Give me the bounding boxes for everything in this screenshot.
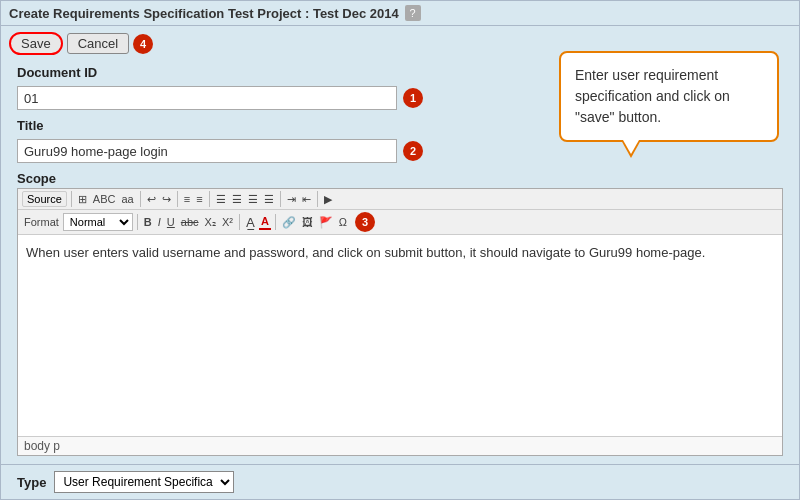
toolbar-italic[interactable]: I	[156, 215, 163, 229]
toolbar-icon-align-center[interactable]: ☰	[230, 192, 244, 207]
separator-2	[140, 191, 141, 207]
toolbar-icon-align-left[interactable]: ☰	[214, 192, 228, 207]
separator-8	[239, 214, 240, 230]
toolbar-badge: 4	[133, 34, 153, 54]
help-icon[interactable]: ?	[405, 5, 421, 21]
editor-toolbar-row1: Source ⊞ ABC aa ↩ ↪ ≡ ≡ ☰ ☰ ☰ ☰	[18, 189, 782, 210]
toolbar-icon-find[interactable]: aa	[119, 192, 135, 206]
toolbar-icon-align-justify[interactable]: ☰	[262, 192, 276, 207]
separator-9	[275, 214, 276, 230]
toolbar-bold[interactable]: B	[142, 215, 154, 229]
document-id-badge: 1	[403, 88, 423, 108]
toolbar-icon-redo[interactable]: ↪	[160, 192, 173, 207]
toolbar-superscript[interactable]: X²	[220, 215, 235, 229]
separator-7	[137, 214, 138, 230]
scope-label: Scope	[17, 171, 783, 186]
toolbar-link[interactable]: 🔗	[280, 215, 298, 230]
toolbar-icon-undo[interactable]: ↩	[145, 192, 158, 207]
toolbar-icon-ol[interactable]: ≡	[182, 192, 192, 206]
type-label: Type	[17, 475, 46, 490]
toolbar-strikethrough[interactable]: abc	[179, 215, 201, 229]
toolbar-icon-outdent[interactable]: ⇤	[300, 192, 313, 207]
rich-text-editor: Source ⊞ ABC aa ↩ ↪ ≡ ≡ ☰ ☰ ☰ ☰	[17, 188, 783, 456]
source-button[interactable]: Source	[22, 191, 67, 207]
bottom-bar: Type User Requirement Specification Syst…	[1, 464, 799, 499]
toolbar-underline[interactable]: U	[165, 215, 177, 229]
toolbar-highlight-color[interactable]: A̲	[244, 214, 257, 231]
toolbar-omega[interactable]: Ω	[337, 215, 349, 229]
toolbar-icon-ul[interactable]: ≡	[194, 192, 204, 206]
editor-text: When user enters valid username and pass…	[26, 245, 705, 260]
title-row: 2	[17, 139, 783, 163]
toolbar-icon-spellcheck[interactable]: ABC	[91, 192, 118, 206]
separator-4	[209, 191, 210, 207]
window-title: Create Requirements Specification Test P…	[9, 6, 399, 21]
toolbar-image[interactable]: 🖼	[300, 215, 315, 229]
document-id-input[interactable]	[17, 86, 397, 110]
editor-toolbar-row2: Format Normal Heading 1 Heading 2 Headin…	[18, 210, 782, 235]
scope-badge: 3	[355, 212, 375, 232]
title-input[interactable]	[17, 139, 397, 163]
toolbar-flag[interactable]: 🚩	[317, 215, 335, 230]
toolbar-icon-indent[interactable]: ⇥	[285, 192, 298, 207]
separator-1	[71, 191, 72, 207]
cancel-button[interactable]: Cancel	[67, 33, 129, 54]
callout-text: Enter user requirement specification and…	[575, 67, 730, 125]
editor-statusbar: body p	[18, 436, 782, 455]
scope-section: Scope Source ⊞ ABC aa ↩ ↪ ≡ ≡ ☰	[17, 167, 783, 456]
toolbar-format-label: Format	[22, 215, 61, 229]
separator-3	[177, 191, 178, 207]
main-window: Create Requirements Specification Test P…	[0, 0, 800, 500]
editor-content-area[interactable]: When user enters valid username and pass…	[18, 235, 782, 436]
content-area: Enter user requirement specification and…	[1, 61, 799, 464]
title-bar: Create Requirements Specification Test P…	[1, 1, 799, 26]
separator-6	[317, 191, 318, 207]
separator-5	[280, 191, 281, 207]
callout-tooltip: Enter user requirement specification and…	[559, 51, 779, 142]
type-select[interactable]: User Requirement Specification System Re…	[54, 471, 234, 493]
toolbar-icon-template[interactable]: ⊞	[76, 192, 89, 207]
toolbar-font-color[interactable]: A	[259, 214, 271, 230]
toolbar-subscript[interactable]: X₂	[203, 215, 218, 230]
toolbar-icon-align-right[interactable]: ☰	[246, 192, 260, 207]
toolbar-icon-more[interactable]: ▶	[322, 192, 334, 207]
title-badge: 2	[403, 141, 423, 161]
format-select[interactable]: Normal Heading 1 Heading 2 Heading 3 For…	[63, 213, 133, 231]
save-button[interactable]: Save	[9, 32, 63, 55]
